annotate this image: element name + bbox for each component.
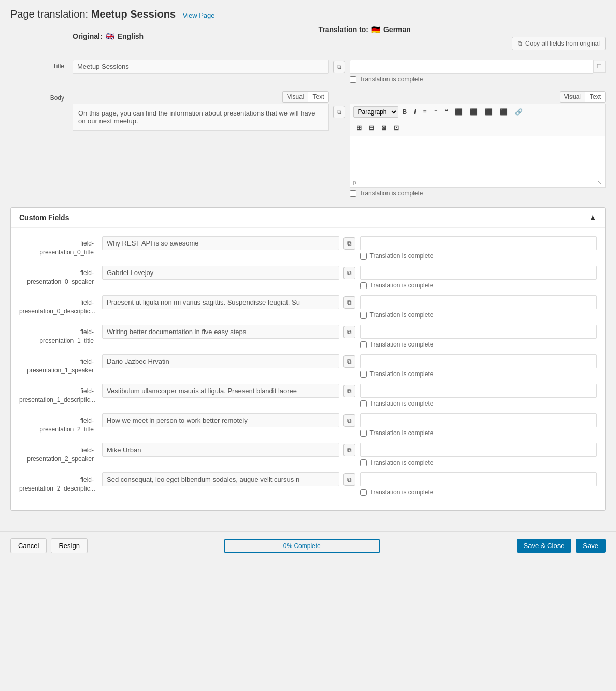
view-page-link[interactable]: View Page [183, 11, 215, 19]
cf-copy-button-5[interactable]: ⧉ [343, 385, 355, 397]
cf-complete-label-5: Translation is complete [370, 400, 434, 407]
cf-original-input-7[interactable] [102, 443, 339, 457]
cf-copy-7: ⧉ [339, 443, 360, 456]
footer-left: Cancel Resign [10, 538, 88, 553]
title-checkbox-icon[interactable]: ☐ [594, 61, 606, 73]
cf-complete-checkbox-6[interactable] [360, 430, 367, 437]
cf-translation-input-6[interactable] [360, 413, 597, 427]
ul-button[interactable]: ≡ [420, 106, 430, 118]
tool3-button[interactable]: ⊠ [378, 122, 390, 134]
save-close-button[interactable]: Save & Close [517, 539, 572, 553]
cf-copy-button-6[interactable]: ⧉ [343, 414, 355, 427]
body-original-scroll[interactable]: On this page, you can find the informati… [73, 104, 329, 131]
body-original-text-tab[interactable]: Text [308, 91, 328, 103]
cf-original-input-2[interactable] [102, 295, 339, 309]
ol-button[interactable]: ⁼ [431, 106, 440, 118]
cf-copy-button-8[interactable]: ⧉ [343, 473, 355, 486]
tool4-button[interactable]: ⊡ [391, 122, 402, 134]
title-complete-label: Translation is complete [360, 76, 423, 83]
cf-original-input-0[interactable] [102, 236, 339, 250]
cf-translation-input-8[interactable] [360, 472, 597, 486]
cf-copy-button-2[interactable]: ⧉ [343, 296, 355, 309]
tool1-button[interactable]: ⊞ [353, 122, 365, 134]
cf-original-7 [102, 443, 339, 457]
cf-complete-row-0: Translation is complete [360, 252, 597, 260]
title-translation: ☐ Translation is complete [350, 60, 606, 83]
cf-original-input-5[interactable] [102, 384, 339, 398]
cf-translation-input-4[interactable] [360, 354, 597, 368]
cf-translation-input-7[interactable] [360, 443, 597, 457]
italic-button[interactable]: I [411, 106, 419, 118]
cf-copy-button-0[interactable]: ⧉ [343, 237, 355, 250]
link-button[interactable]: 🔗 [512, 106, 526, 118]
cf-complete-checkbox-3[interactable] [360, 341, 367, 348]
cf-original-input-6[interactable] [102, 413, 339, 427]
cf-original-2 [102, 295, 339, 309]
cf-translation-0: Translation is complete [360, 236, 597, 260]
cf-complete-checkbox-1[interactable] [360, 282, 367, 289]
save-button[interactable]: Save [576, 539, 606, 553]
body-editor: Paragraph B I ≡ ⁼ ❝ ⬛ ⬛ ⬛ ⬛ 🔗 ⊞ ⊟ ⊠ ⊡ [350, 104, 606, 188]
cf-original-input-8[interactable] [102, 472, 339, 486]
cf-complete-row-6: Translation is complete [360, 429, 597, 437]
title-complete-checkbox[interactable] [350, 76, 356, 83]
paragraph-select[interactable]: Paragraph [353, 106, 398, 118]
cf-complete-checkbox-5[interactable] [360, 400, 367, 407]
cf-copy-button-3[interactable]: ⧉ [343, 326, 355, 338]
editor-resize[interactable]: ⤡ [597, 179, 602, 186]
bold-button[interactable]: B [399, 106, 410, 118]
cf-translation-input-1[interactable] [360, 266, 597, 280]
cf-complete-checkbox-2[interactable] [360, 312, 367, 319]
cf-complete-checkbox-0[interactable] [360, 253, 367, 260]
body-copy-button[interactable]: ⧉ [333, 106, 345, 118]
copy-icon: ⧉ [518, 40, 522, 47]
cf-original-input-1[interactable] [102, 266, 339, 280]
custom-field-row: field- presentation_2_speaker ⧉ Translat… [19, 443, 597, 466]
body-editor-content[interactable] [350, 136, 606, 178]
cf-complete-row-4: Translation is complete [360, 370, 597, 378]
body-original-visual-tab[interactable]: Visual [282, 91, 308, 103]
cf-complete-row-1: Translation is complete [360, 282, 597, 289]
cf-copy-button-4[interactable]: ⧉ [343, 355, 355, 368]
cf-translation-input-5[interactable] [360, 384, 597, 398]
cf-complete-checkbox-7[interactable] [360, 459, 367, 466]
custom-field-row: field- presentation_2_title ⧉ Translatio… [19, 413, 597, 437]
cf-complete-checkbox-4[interactable] [360, 371, 367, 378]
cf-translation-3: Translation is complete [360, 325, 597, 348]
cancel-button[interactable]: Cancel [10, 538, 47, 553]
cf-complete-row-3: Translation is complete [360, 341, 597, 348]
cf-original-input-4[interactable] [102, 354, 339, 368]
align-left-button[interactable]: ⬛ [452, 106, 466, 118]
custom-field-row: field- presentation_0_title ⧉ Translatio… [19, 236, 597, 260]
title-label: Title [10, 60, 73, 70]
title-translation-input[interactable] [350, 60, 594, 74]
body-translation-visual-tab[interactable]: Visual [560, 91, 585, 103]
cf-copy-button-1[interactable]: ⧉ [343, 267, 355, 279]
justify-button[interactable]: ⬛ [497, 106, 511, 118]
tool2-button[interactable]: ⊟ [366, 122, 377, 134]
cf-translation-input-0[interactable] [360, 236, 597, 250]
title-original-input[interactable] [73, 60, 329, 74]
cf-label-7: field- presentation_2_speaker [19, 443, 102, 464]
title-copy-button[interactable]: ⧉ [333, 61, 345, 73]
copy-all-button[interactable]: ⧉ Copy all fields from original [512, 37, 606, 50]
cf-copy-button-7[interactable]: ⧉ [343, 444, 355, 456]
custom-field-row: field- presentation_0_speaker ⧉ Translat… [19, 266, 597, 289]
custom-field-row: field- presentation_1_title ⧉ Translatio… [19, 325, 597, 348]
cf-translation-input-3[interactable] [360, 325, 597, 339]
body-translation-text-tab[interactable]: Text [585, 91, 606, 103]
collapse-icon[interactable]: ▲ [589, 213, 597, 222]
cf-translation-input-2[interactable] [360, 295, 597, 309]
cf-complete-checkbox-8[interactable] [360, 489, 367, 496]
blockquote-button[interactable]: ❝ [441, 106, 451, 118]
title-original [73, 60, 329, 74]
cf-copy-0: ⧉ [339, 236, 360, 250]
body-complete-label: Translation is complete [360, 190, 423, 197]
align-right-button[interactable]: ⬛ [482, 106, 496, 118]
align-center-button[interactable]: ⬛ [467, 106, 481, 118]
cf-original-1 [102, 266, 339, 280]
resign-button[interactable]: Resign [51, 538, 87, 553]
body-complete-checkbox[interactable] [350, 190, 356, 197]
original-label: Original: [73, 32, 103, 40]
cf-original-input-3[interactable] [102, 325, 339, 339]
